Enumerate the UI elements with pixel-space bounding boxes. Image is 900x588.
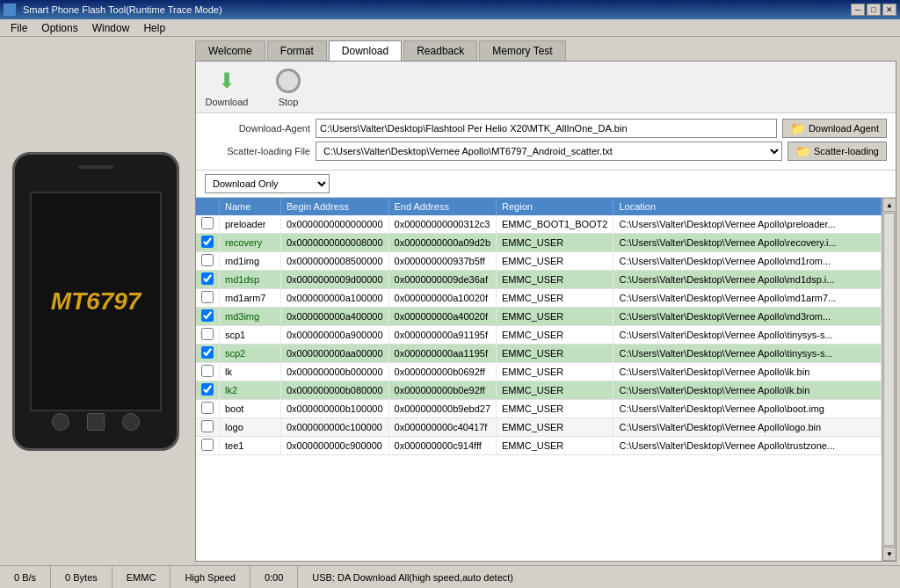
row-checkbox-6[interactable] xyxy=(201,328,214,340)
stop-label: Stop xyxy=(279,97,299,107)
close-button[interactable]: ✕ xyxy=(882,4,896,16)
row-checkbox-9[interactable] xyxy=(201,383,214,396)
row-checkbox-8[interactable] xyxy=(201,365,214,377)
row-checkbox-12[interactable] xyxy=(201,439,214,451)
row-name: logo xyxy=(220,418,281,437)
scroll-thumb[interactable] xyxy=(883,213,895,546)
row-checkbox-cell[interactable] xyxy=(196,215,220,234)
row-begin: 0x000000000a900000 xyxy=(281,326,389,345)
table-row: md1arm7 0x000000000a100000 0x000000000a1… xyxy=(196,289,882,308)
scroll-up-arrow[interactable]: ▲ xyxy=(882,198,896,212)
row-checkbox-cell[interactable] xyxy=(196,289,220,308)
stop-icon xyxy=(274,67,302,95)
tab-download[interactable]: Download xyxy=(329,40,402,61)
row-begin: 0x0000000000000000 xyxy=(281,215,389,234)
row-location: C:\Users\Valter\Desktop\Vernee Apollo\bo… xyxy=(613,400,882,418)
row-checkbox-cell[interactable] xyxy=(196,381,220,400)
row-name: scp1 xyxy=(220,326,281,345)
table-scroll[interactable]: Name Begin Address End Address Region Lo… xyxy=(196,198,882,561)
row-checkbox-5[interactable] xyxy=(201,309,214,322)
row-checkbox-0[interactable] xyxy=(201,217,214,229)
col-header-check xyxy=(196,198,220,215)
scatter-label: Scatter-loading File xyxy=(205,146,310,156)
row-checkbox-cell[interactable] xyxy=(196,308,220,326)
row-name: md1dsp xyxy=(220,271,281,289)
tab-welcome[interactable]: Welcome xyxy=(195,40,265,61)
download-agent-btn[interactable]: 📁 Download Agent xyxy=(782,119,887,138)
menu-options[interactable]: Options xyxy=(34,20,84,36)
menu-file[interactable]: File xyxy=(4,20,34,36)
toolbar: ⬇ Download Stop xyxy=(196,62,896,113)
download-label: Download xyxy=(206,97,249,107)
row-name: md1arm7 xyxy=(220,289,281,308)
row-region: EMMC_USER xyxy=(497,400,613,418)
row-checkbox-2[interactable] xyxy=(201,254,214,266)
data-table: Name Begin Address End Address Region Lo… xyxy=(196,198,882,455)
row-end: 0x000000000c914fff xyxy=(388,437,497,455)
status-bytes: 0 Bytes xyxy=(51,566,112,588)
row-name: scp2 xyxy=(220,345,281,363)
row-checkbox-cell[interactable] xyxy=(196,234,220,252)
row-checkbox-10[interactable] xyxy=(201,402,214,414)
minimize-button[interactable]: ─ xyxy=(851,4,865,16)
row-checkbox-cell[interactable] xyxy=(196,363,220,381)
row-location: C:\Users\Valter\Desktop\Vernee Apollo\lk… xyxy=(613,363,882,381)
folder-icon-agent: 📁 xyxy=(790,121,805,135)
scroll-down-arrow[interactable]: ▼ xyxy=(882,547,896,561)
row-region: EMMC_USER xyxy=(497,437,613,455)
row-region: EMMC_BOOT1_BOOT2 xyxy=(497,215,613,234)
scatter-btn-label: Scatter-loading xyxy=(814,146,879,156)
table-row: lk 0x000000000b000000 0x000000000b0692ff… xyxy=(196,363,882,381)
row-begin: 0x000000000a400000 xyxy=(281,308,389,326)
row-location: C:\Users\Valter\Desktop\Vernee Apollo\ti… xyxy=(613,326,882,345)
download-agent-input[interactable] xyxy=(316,119,777,138)
title-bar: Smart Phone Flash Tool(Runtime Trace Mod… xyxy=(0,0,900,19)
status-speed: High Speed xyxy=(171,566,250,588)
row-checkbox-11[interactable] xyxy=(201,420,214,432)
row-begin: 0x0000000008500000 xyxy=(281,252,389,271)
row-region: EMMC_USER xyxy=(497,289,613,308)
tab-memory-test[interactable]: Memory Test xyxy=(479,40,565,61)
table-scrollbar[interactable]: ▲ ▼ xyxy=(882,198,896,561)
phone-logo: MT6797 xyxy=(51,287,142,316)
phone-bottom-bar xyxy=(52,413,140,431)
row-checkbox-cell[interactable] xyxy=(196,326,220,345)
row-begin: 0x000000000b000000 xyxy=(281,363,389,381)
table-row: logo 0x000000000c100000 0x000000000c4041… xyxy=(196,418,882,437)
content-area: ⬇ Download Stop Download-Agent 📁 xyxy=(195,61,896,562)
row-checkbox-cell[interactable] xyxy=(196,345,220,363)
row-checkbox-cell[interactable] xyxy=(196,418,220,437)
row-checkbox-cell[interactable] xyxy=(196,252,220,271)
scatter-btn[interactable]: 📁 Scatter-loading xyxy=(788,142,887,161)
row-region: EMMC_USER xyxy=(497,271,613,289)
row-checkbox-3[interactable] xyxy=(201,272,214,285)
row-end: 0x000000000b9ebd27 xyxy=(388,400,497,418)
row-checkbox-7[interactable] xyxy=(201,346,214,359)
stop-button[interactable]: Stop xyxy=(266,67,310,107)
restore-button[interactable]: □ xyxy=(867,4,881,16)
row-begin: 0x000000000c100000 xyxy=(281,418,389,437)
scatter-input[interactable]: C:\Users\Valter\Desktop\Vernee Apollo\MT… xyxy=(316,142,782,161)
status-storage: EMMC xyxy=(112,566,171,588)
status-message: USB: DA Download All(high speed,auto det… xyxy=(298,566,891,588)
row-checkbox-cell[interactable] xyxy=(196,271,220,289)
row-checkbox-1[interactable] xyxy=(201,236,214,248)
row-name: recovery xyxy=(220,234,281,252)
download-button[interactable]: ⬇ Download xyxy=(205,67,249,107)
phone-panel: MT6797 xyxy=(0,37,192,565)
tab-format[interactable]: Format xyxy=(267,40,327,61)
mode-dropdown[interactable]: Download OnlyFirmware UpgradeFormat All … xyxy=(205,174,330,193)
row-name: md1img xyxy=(220,252,281,271)
col-header-begin: Begin Address xyxy=(281,198,389,215)
row-checkbox-4[interactable] xyxy=(201,291,214,303)
row-checkbox-cell[interactable] xyxy=(196,400,220,418)
col-header-name: Name xyxy=(220,198,281,215)
dropdown-row: Download OnlyFirmware UpgradeFormat All … xyxy=(196,171,896,198)
col-header-region: Region xyxy=(497,198,613,215)
menu-help[interactable]: Help xyxy=(136,20,172,36)
menu-window[interactable]: Window xyxy=(85,20,137,36)
row-end: 0x000000000aa1195f xyxy=(388,345,497,363)
row-checkbox-cell[interactable] xyxy=(196,437,220,455)
tab-readback[interactable]: Readback xyxy=(403,40,477,61)
row-location: C:\Users\Valter\Desktop\Vernee Apollo\lk… xyxy=(613,381,882,400)
